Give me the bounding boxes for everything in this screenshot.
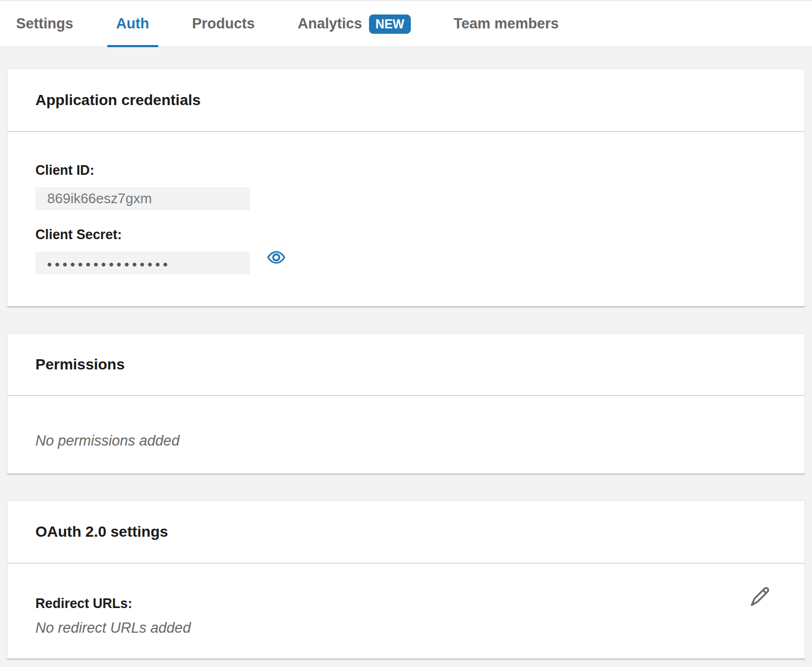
tab-auth[interactable]: Auth <box>107 1 158 47</box>
edit-redirect-urls-button[interactable] <box>748 584 772 609</box>
client-id-field[interactable]: 869ik66esz7gxm <box>35 187 250 210</box>
client-secret-masked-value: •••••••••••••••• <box>47 255 171 272</box>
oauth-settings-header: OAuth 2.0 settings <box>8 501 804 564</box>
tab-auth-label: Auth <box>116 16 149 32</box>
new-badge: NEW <box>369 14 411 34</box>
redirect-urls-empty-text: No redirect URLs added <box>35 620 777 636</box>
client-secret-field[interactable]: •••••••••••••••• <box>35 251 250 275</box>
permissions-card: Permissions No permissions added <box>7 334 805 475</box>
oauth-settings-title: OAuth 2.0 settings <box>35 523 168 540</box>
tab-settings[interactable]: Settings <box>7 1 83 47</box>
permissions-empty-text: No permissions added <box>35 433 777 449</box>
tab-team-members-label: Team members <box>454 16 559 32</box>
client-id-label: Client ID: <box>35 162 777 177</box>
tab-products-label: Products <box>192 16 255 32</box>
eye-icon <box>267 250 285 266</box>
tab-analytics-label: Analytics <box>298 16 362 32</box>
permissions-body: No permissions added <box>8 396 804 449</box>
application-credentials-header: Application credentials <box>8 69 804 132</box>
redirect-urls-label: Redirect URLs: <box>35 596 777 611</box>
application-credentials-title: Application credentials <box>35 92 201 109</box>
permissions-title: Permissions <box>35 356 125 373</box>
tab-settings-label: Settings <box>16 16 73 32</box>
tab-analytics[interactable]: Analytics NEW <box>289 1 420 47</box>
tab-team-members[interactable]: Team members <box>445 1 568 47</box>
pencil-icon <box>749 584 771 609</box>
application-credentials-card: Application credentials Client ID: 869ik… <box>7 69 805 307</box>
oauth-settings-body: Redirect URLs: No redirect URLs added <box>8 564 804 636</box>
reveal-secret-button[interactable] <box>267 251 285 265</box>
oauth-settings-card: OAuth 2.0 settings Redirect URLs: No red… <box>7 500 805 659</box>
application-credentials-body: Client ID: 869ik66esz7gxm Client Secret:… <box>8 132 804 275</box>
client-secret-label: Client Secret: <box>35 227 777 242</box>
permissions-header: Permissions <box>8 334 804 396</box>
tab-products[interactable]: Products <box>183 1 264 47</box>
client-id-value: 869ik66esz7gxm <box>47 190 152 207</box>
tab-bar: Settings Auth Products Analytics NEW Tea… <box>0 0 812 47</box>
client-secret-row: •••••••••••••••• <box>35 242 777 275</box>
